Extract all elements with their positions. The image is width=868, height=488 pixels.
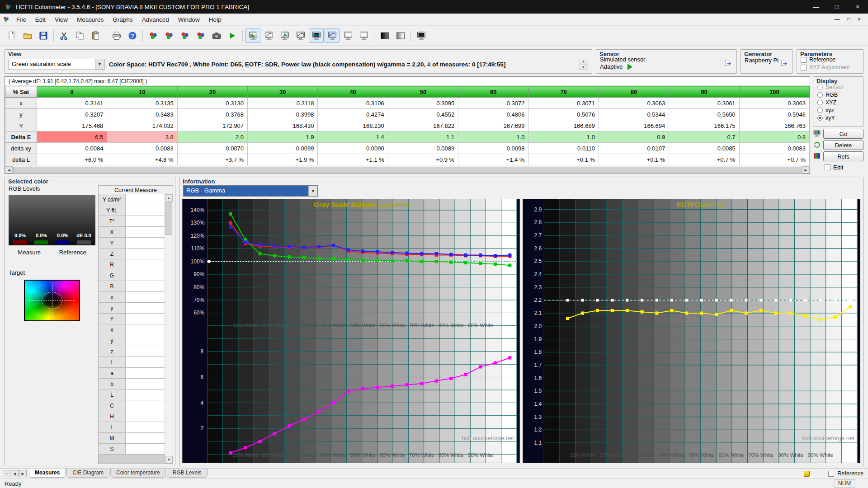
view-rgb-levels-chart-button[interactable] xyxy=(309,28,324,43)
measure-count-spinner[interactable]: ▲ ▼ xyxy=(579,59,588,70)
sensor-export-icon[interactable] xyxy=(724,59,733,68)
table-cell[interactable]: 0.3071 xyxy=(528,98,599,109)
display-option-rgb[interactable]: RGB xyxy=(817,92,861,98)
table-cell[interactable]: +0.9 % xyxy=(388,154,458,165)
edit-control[interactable]: Edit xyxy=(813,164,863,171)
measure-row-value[interactable] xyxy=(126,389,165,400)
table-cell[interactable]: 3.8 xyxy=(107,131,177,143)
tab-color-temperature[interactable]: Color temperature xyxy=(110,469,166,478)
scroll-right-button[interactable]: ▶ xyxy=(802,166,810,174)
measure-row-value[interactable] xyxy=(126,335,165,346)
table-cell[interactable]: 0.9 xyxy=(599,131,669,143)
table-cell[interactable]: 1.9 xyxy=(248,131,318,143)
open-file-button[interactable] xyxy=(20,28,35,43)
table-cell[interactable]: 6.5 xyxy=(37,131,107,143)
measure-row-value[interactable] xyxy=(126,444,165,454)
view-measures-grid-button[interactable] xyxy=(245,28,260,43)
maximize-button[interactable]: □ xyxy=(826,0,847,14)
column-header-20[interactable]: 20 xyxy=(177,86,247,98)
table-cell[interactable]: 0.3768 xyxy=(177,109,247,120)
table-cell[interactable]: 0.3106 xyxy=(318,98,388,109)
menu-advanced[interactable]: Advanced xyxy=(137,14,174,25)
table-cell[interactable]: 0.3130 xyxy=(177,98,247,109)
measure-row-value[interactable] xyxy=(126,314,165,324)
measure-row-value[interactable] xyxy=(126,259,165,270)
column-header-50[interactable]: 50 xyxy=(388,86,458,98)
table-cell[interactable]: 1.4 xyxy=(318,131,388,143)
table-cell[interactable]: 0.3072 xyxy=(458,98,528,109)
table-cell[interactable]: +0.7 % xyxy=(669,154,739,165)
column-header-70[interactable]: 70 xyxy=(528,86,599,98)
measure-row-value[interactable] xyxy=(126,411,165,422)
table-cell[interactable]: 0.4806 xyxy=(458,109,528,120)
table-cell[interactable]: 0.0085 xyxy=(669,143,739,154)
scroll-left-button[interactable]: ◀ xyxy=(5,166,13,174)
tab-close-button[interactable]: × xyxy=(3,470,10,477)
table-cell[interactable]: 0.0083 xyxy=(107,143,177,154)
generator-config-icon[interactable] xyxy=(780,59,789,68)
spinner-down-icon[interactable]: ▼ xyxy=(579,65,588,70)
column-header-10[interactable]: 10 xyxy=(107,86,177,98)
table-cell[interactable]: +1.9 % xyxy=(248,154,318,165)
table-cell[interactable]: 0.3061 xyxy=(669,98,739,109)
table-cell[interactable]: 168.430 xyxy=(248,120,318,131)
measure-row-value[interactable] xyxy=(126,281,165,291)
view-contrast-chart-button[interactable] xyxy=(340,28,355,43)
measure-row-value[interactable] xyxy=(126,433,165,443)
help-button[interactable]: ? xyxy=(125,28,140,43)
delete-button[interactable]: Delete xyxy=(823,140,863,150)
vscroll-thumb[interactable] xyxy=(165,202,172,235)
column-header-0[interactable]: 0 xyxy=(37,86,107,98)
menu-graphs[interactable]: Graphs xyxy=(108,14,137,25)
menu-measures[interactable]: Measures xyxy=(72,14,108,25)
menu-file[interactable]: File xyxy=(12,14,31,25)
view-luminance-chart-button[interactable] xyxy=(293,28,308,43)
chevron-down-icon[interactable]: ▼ xyxy=(308,186,317,196)
table-cell[interactable]: 167.699 xyxy=(458,120,528,131)
gamut-settings-button[interactable] xyxy=(177,28,192,43)
table-cell[interactable]: 166.763 xyxy=(739,120,809,131)
tab-rgb-levels[interactable]: RGB Levels xyxy=(167,469,208,478)
column-header-80[interactable]: 80 xyxy=(599,86,669,98)
measure-row-value[interactable] xyxy=(126,368,165,378)
chevron-down-icon[interactable]: ▼ xyxy=(95,59,104,70)
measure-row-value[interactable] xyxy=(126,379,165,389)
table-cell[interactable]: 0.5076 xyxy=(528,109,599,120)
display-option-xyz[interactable]: XYZ xyxy=(817,99,861,106)
mdi-restore-button[interactable]: □ xyxy=(847,16,850,23)
measure-row-value[interactable] xyxy=(126,292,165,302)
column-header-40[interactable]: 40 xyxy=(318,86,388,98)
table-cell[interactable]: 0.3118 xyxy=(248,98,318,109)
column-header-60[interactable]: 60 xyxy=(458,86,528,98)
measure-row-value[interactable] xyxy=(126,205,165,216)
measure-row-value[interactable] xyxy=(126,303,165,313)
table-cell[interactable]: 0.0089 xyxy=(388,143,458,154)
table-cell[interactable]: 0.8 xyxy=(739,131,809,143)
hscroll-thumb[interactable] xyxy=(13,167,802,173)
table-cell[interactable]: 1.1 xyxy=(388,131,458,143)
measure-row-value[interactable] xyxy=(126,227,165,237)
table-cell[interactable]: 0.0098 xyxy=(458,143,528,154)
copy-button[interactable] xyxy=(72,28,87,43)
table-cell[interactable]: 0.3063 xyxy=(599,98,669,109)
save-file-button[interactable] xyxy=(36,28,51,43)
close-button[interactable]: × xyxy=(847,0,868,14)
table-cell[interactable]: 0.3141 xyxy=(37,98,107,109)
table-cell[interactable]: 0.3483 xyxy=(107,109,177,120)
menu-view[interactable]: View xyxy=(50,14,72,25)
table-cell[interactable]: 0.0090 xyxy=(318,143,388,154)
measure-row-value[interactable] xyxy=(126,346,165,357)
table-cell[interactable]: 1.0 xyxy=(458,131,528,143)
table-cell[interactable]: 0.0099 xyxy=(248,143,318,154)
table-cell[interactable]: 0.0107 xyxy=(599,143,669,154)
view-color-temp-chart-button[interactable] xyxy=(325,28,340,43)
table-cell[interactable]: 167.822 xyxy=(388,120,458,131)
table-cell[interactable]: 0.5344 xyxy=(599,109,669,120)
color-reference-settings-button[interactable] xyxy=(161,28,176,43)
paste-button[interactable] xyxy=(88,28,103,43)
view-cie-chart-button[interactable] xyxy=(277,28,292,43)
view-nearblack-scale-button[interactable] xyxy=(377,28,392,43)
table-cell[interactable]: 166.694 xyxy=(599,120,669,131)
reference-checkbox[interactable] xyxy=(828,471,834,477)
table-cell[interactable]: 1.0 xyxy=(528,131,599,143)
